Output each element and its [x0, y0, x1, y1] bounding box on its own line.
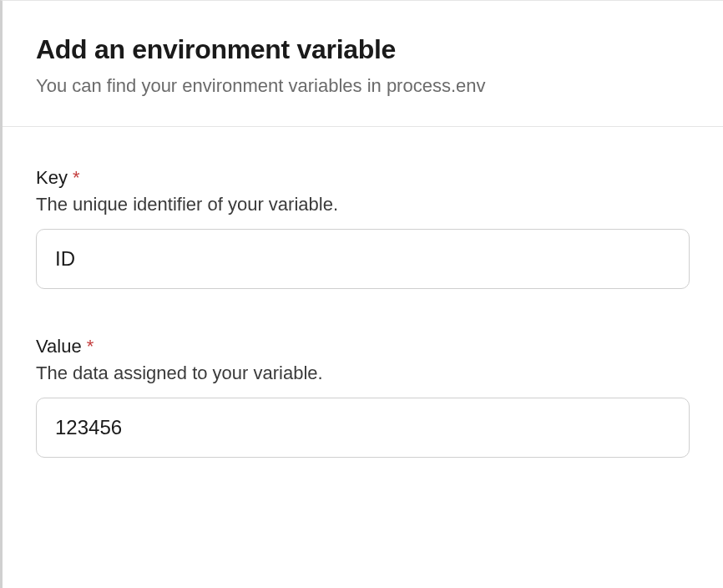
key-input[interactable]: [36, 229, 690, 289]
required-asterisk-icon: *: [73, 167, 80, 189]
form-header: Add an environment variable You can find…: [3, 1, 723, 127]
page-title: Add an environment variable: [36, 34, 690, 65]
env-var-form: Add an environment variable You can find…: [0, 0, 723, 588]
page-subtitle: You can find your environment variables …: [36, 74, 690, 99]
value-input[interactable]: [36, 398, 690, 458]
required-asterisk-icon: *: [87, 336, 94, 357]
form-body: Key * The unique identifier of your vari…: [3, 127, 723, 538]
key-label-row: Key *: [36, 167, 690, 189]
key-field-group: Key * The unique identifier of your vari…: [36, 167, 690, 289]
value-field-group: Value * The data assigned to your variab…: [36, 336, 690, 458]
value-description: The data assigned to your variable.: [36, 362, 690, 384]
key-label: Key: [36, 167, 68, 189]
value-label-row: Value *: [36, 336, 690, 357]
value-label: Value: [36, 336, 82, 357]
key-description: The unique identifier of your variable.: [36, 194, 690, 215]
